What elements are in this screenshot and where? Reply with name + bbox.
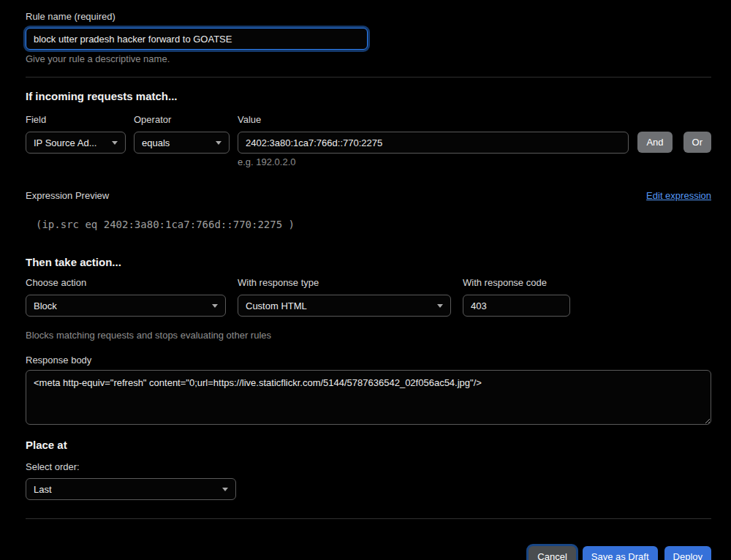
- choose-action-column: Choose action Block: [26, 277, 226, 317]
- cancel-button[interactable]: Cancel: [529, 546, 575, 560]
- divider: [26, 77, 711, 77]
- field-select[interactable]: IP Source Ad...: [26, 132, 126, 154]
- expression-preview-label: Expression Preview: [26, 190, 109, 201]
- order-select[interactable]: Last: [26, 478, 236, 500]
- match-row: Field IP Source Ad... Operator equals Va…: [26, 114, 711, 167]
- action-row: Choose action Block With response type C…: [26, 277, 711, 317]
- response-type-label: With response type: [238, 277, 451, 288]
- chevron-down-icon: [212, 304, 218, 308]
- field-select-value: IP Source Ad...: [34, 137, 96, 148]
- order-select-value: Last: [34, 484, 52, 495]
- response-type-select[interactable]: Custom HTML: [238, 295, 451, 317]
- divider: [26, 518, 711, 519]
- expression-preview-row: Expression Preview Edit expression: [26, 190, 711, 201]
- value-column: Value e.g. 192.0.2.0: [238, 114, 629, 167]
- chevron-down-icon: [437, 304, 443, 308]
- rule-name-label: Rule name (required): [26, 11, 711, 22]
- footer-actions: Cancel Save as Draft Deploy: [26, 546, 711, 560]
- deploy-button[interactable]: Deploy: [664, 546, 711, 560]
- response-body-label: Response body: [26, 355, 711, 366]
- value-label: Value: [238, 114, 629, 125]
- expression-code: (ip.src eq 2402:3a80:1ca7:766d::770:2275…: [36, 219, 711, 231]
- match-section-heading: If incoming requests match...: [26, 90, 711, 103]
- response-code-input[interactable]: [463, 295, 570, 317]
- value-example-help: e.g. 192.0.2.0: [238, 156, 629, 167]
- field-label: Field: [26, 114, 126, 125]
- and-button[interactable]: And: [637, 132, 672, 153]
- action-section-heading: Then take action...: [26, 256, 711, 269]
- and-or-buttons: And Or: [637, 114, 711, 153]
- value-input[interactable]: [238, 132, 629, 154]
- operator-select-value: equals: [142, 137, 170, 148]
- edit-expression-link[interactable]: Edit expression: [646, 190, 711, 201]
- field-column: Field IP Source Ad...: [26, 114, 126, 154]
- response-type-column: With response type Custom HTML: [238, 277, 451, 317]
- save-as-draft-button[interactable]: Save as Draft: [583, 546, 658, 560]
- select-order-label: Select order:: [26, 461, 711, 472]
- response-code-label: With response code: [463, 277, 570, 288]
- place-at-heading: Place at: [26, 439, 711, 452]
- rule-name-input[interactable]: [26, 28, 368, 50]
- choose-action-label: Choose action: [26, 277, 226, 288]
- response-type-value: Custom HTML: [246, 300, 307, 311]
- response-body-textarea[interactable]: <meta http-equiv="refresh" content="0;ur…: [26, 370, 711, 425]
- choose-action-select[interactable]: Block: [26, 295, 226, 317]
- response-code-column: With response code: [463, 277, 570, 317]
- operator-label: Operator: [134, 114, 230, 125]
- chevron-down-icon: [112, 141, 118, 145]
- operator-column: Operator equals: [134, 114, 230, 154]
- operator-select[interactable]: equals: [134, 132, 230, 154]
- choose-action-value: Block: [34, 300, 57, 311]
- chevron-down-icon: [216, 141, 221, 145]
- or-button[interactable]: Or: [683, 132, 711, 153]
- chevron-down-icon: [222, 488, 228, 491]
- rule-editor-page: Rule name (required) Give your rule a de…: [0, 0, 731, 560]
- rule-name-help: Give your rule a descriptive name.: [26, 53, 711, 64]
- action-help: Blocks matching requests and stops evalu…: [26, 330, 711, 341]
